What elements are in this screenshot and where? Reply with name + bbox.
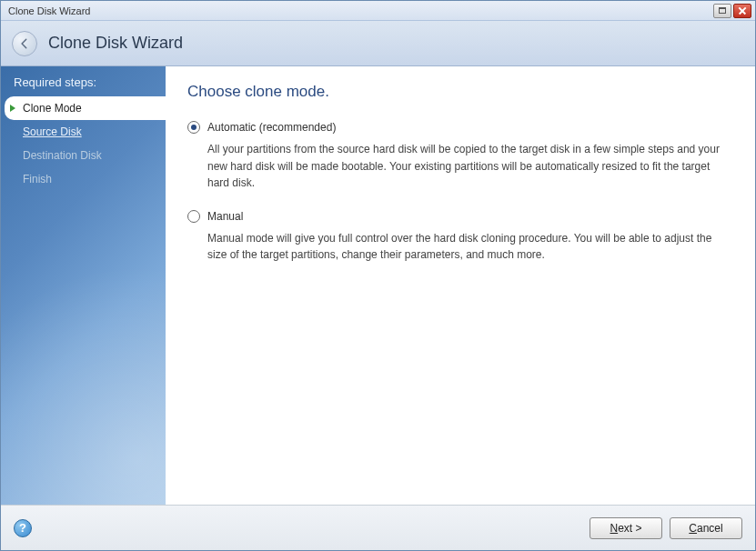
- option-manual: Manual Manual mode will give you full co…: [187, 210, 733, 264]
- back-arrow-icon: [18, 37, 31, 50]
- header-bar: Clone Disk Wizard: [1, 21, 755, 66]
- step-label: Destination Disk: [23, 149, 102, 162]
- cancel-button[interactable]: Cancel: [670, 517, 742, 539]
- step-label: Clone Mode: [23, 102, 82, 115]
- option-manual-label: Manual: [207, 210, 243, 223]
- step-label: Finish: [23, 173, 52, 185]
- cancel-underline: C: [689, 522, 697, 535]
- window-title: Clone Disk Wizard: [8, 5, 713, 16]
- option-manual-row[interactable]: Manual: [187, 210, 733, 223]
- option-automatic-desc: All your partitions from the source hard…: [187, 141, 733, 192]
- body: Required steps: Clone Mode Source Disk D…: [1, 66, 755, 505]
- option-automatic-row[interactable]: Automatic (recommended): [187, 121, 733, 134]
- radio-manual[interactable]: [187, 210, 200, 223]
- help-icon[interactable]: ?: [14, 519, 32, 537]
- next-rest: ext >: [618, 522, 641, 535]
- step-finish: Finish: [1, 167, 166, 191]
- main-panel: Choose clone mode. Automatic (recommende…: [166, 66, 755, 505]
- close-button[interactable]: [733, 4, 751, 18]
- step-destination-disk: Destination Disk: [1, 144, 166, 167]
- wizard-window: Clone Disk Wizard Clone Disk Wizard Requ…: [0, 0, 756, 551]
- step-label: Source Disk: [23, 125, 82, 138]
- step-source-disk[interactable]: Source Disk: [1, 120, 166, 144]
- page-title: Choose clone mode.: [187, 83, 733, 101]
- option-manual-desc: Manual mode will give you full control o…: [187, 230, 733, 264]
- titlebar: Clone Disk Wizard: [1, 1, 755, 21]
- option-automatic-label: Automatic (recommended): [207, 121, 336, 134]
- radio-automatic[interactable]: [187, 121, 200, 134]
- back-button[interactable]: [12, 31, 37, 56]
- sidebar: Required steps: Clone Mode Source Disk D…: [1, 66, 166, 505]
- window-controls: [713, 4, 751, 18]
- step-clone-mode[interactable]: Clone Mode: [5, 96, 166, 120]
- cancel-rest: ancel: [697, 522, 723, 535]
- next-button[interactable]: Next >: [590, 517, 662, 539]
- sidebar-header: Required steps:: [1, 66, 166, 96]
- maximize-button[interactable]: [713, 4, 731, 18]
- option-automatic: Automatic (recommended) All your partiti…: [187, 121, 733, 192]
- footer: ? Next > Cancel: [1, 505, 755, 550]
- header-title: Clone Disk Wizard: [48, 34, 183, 53]
- next-underline: N: [610, 522, 618, 535]
